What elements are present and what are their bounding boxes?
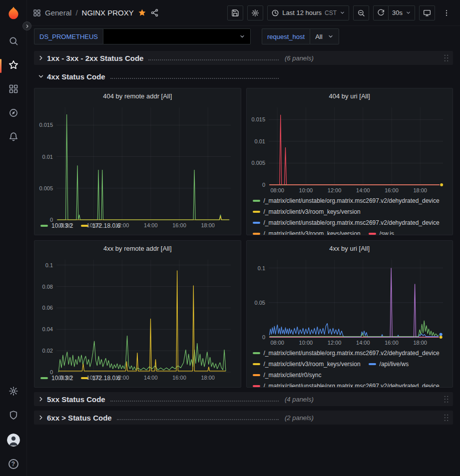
row-1xx-3xx-2xx[interactable]: 1xx - 3xx - 2xx Status Code (6 panels)	[34, 51, 453, 65]
row-drag-handle[interactable]	[444, 54, 449, 62]
legend-label: /_matrix/client/v3/room_keys/version	[264, 208, 361, 215]
sidebar-item-dashboards[interactable]	[0, 78, 27, 102]
apps-grid-icon[interactable]	[33, 9, 41, 17]
svg-text:0: 0	[262, 182, 265, 188]
share-icon[interactable]	[150, 8, 159, 17]
zoom-out-icon	[357, 9, 365, 17]
panel-title[interactable]: 4xx by remote addr [All]	[34, 241, 241, 256]
request-host-value: All	[315, 33, 322, 40]
refresh-interval-dropdown[interactable]: 30s	[389, 5, 415, 20]
panel-404-by-remote-addr: 404 by remote addr [All] 08:0010:0012:00…	[34, 88, 241, 235]
svg-text:12:00: 12:00	[327, 340, 341, 346]
legend-item[interactable]: /_matrix/client/unstable/org.matrix.msc2…	[253, 381, 440, 387]
chart-404-by-uri[interactable]: 08:0010:0012:0014:0016:0018:0000.0050.01…	[249, 103, 450, 195]
legend-item[interactable]: /_matrix/client/v3/room_keys/version	[253, 359, 361, 369]
svg-text:18:00: 18:00	[413, 187, 427, 193]
time-range-label: Last 12 hours	[282, 9, 322, 16]
help-icon	[8, 459, 18, 469]
search-icon	[8, 36, 18, 48]
svg-text:0.02: 0.02	[42, 348, 53, 354]
chart-legend: /_matrix/client/unstable/org.matrix.msc2…	[247, 347, 453, 387]
sidebar-item-search[interactable]	[0, 30, 27, 54]
sidebar-item-help[interactable]	[0, 452, 27, 476]
kebab-menu-icon	[443, 9, 451, 17]
request-host-select[interactable]: All	[310, 28, 339, 44]
sidebar-item-profile[interactable]	[0, 428, 27, 452]
refresh-group: 30s	[373, 5, 415, 20]
legend-label: /_matrix/client/v3/room_keys/version	[264, 230, 361, 235]
svg-text:0.06: 0.06	[42, 305, 53, 311]
legend-item[interactable]: /sw.js	[369, 229, 394, 235]
legend-item[interactable]: /_matrix/client/unstable/org.matrix.msc2…	[253, 196, 440, 206]
save-icon	[231, 9, 239, 17]
svg-text:0.015: 0.015	[39, 122, 53, 128]
legend-label: /_matrix/client/unstable/org.matrix.msc2…	[264, 219, 440, 226]
save-dashboard-button[interactable]	[227, 5, 243, 20]
row-5xx[interactable]: 5xx Status Code (4 panels)	[34, 392, 453, 406]
legend-item[interactable]: /_matrix/client/r0/sync	[253, 370, 322, 380]
bell-icon	[8, 132, 18, 144]
grafana-logo-icon[interactable]	[2, 3, 24, 25]
panel-title[interactable]: 404 by remote addr [All]	[34, 88, 241, 103]
legend-label: /_matrix/client/v3/room_keys/version	[264, 361, 361, 368]
sidebar-item-configuration[interactable]	[0, 380, 27, 404]
more-options-button[interactable]	[439, 5, 454, 20]
legend-swatch	[253, 211, 260, 213]
chevron-down-icon	[406, 10, 411, 15]
legend-swatch	[253, 222, 260, 224]
legend-item[interactable]: /_matrix/client/v3/room_keys/version	[253, 229, 361, 235]
sidebar-item-starred[interactable]	[0, 54, 27, 78]
refresh-button[interactable]	[373, 5, 389, 20]
chevron-right-icon	[36, 395, 46, 403]
datasource-variable: DS_PROMETHEUS	[34, 28, 251, 44]
svg-text:08:00: 08:00	[270, 340, 284, 346]
chart-4xx-by-remote-addr[interactable]: 08:0010:0012:0014:0016:0018:0000.020.040…	[36, 256, 238, 372]
dashboard-title: NGINX PROXY	[82, 8, 134, 17]
time-range-picker[interactable]: Last 12 hours CST	[267, 5, 349, 20]
legend-item[interactable]: /api/live/ws	[369, 359, 409, 369]
dashboard-settings-button[interactable]	[247, 5, 263, 20]
svg-text:12:00: 12:00	[327, 187, 341, 193]
legend-swatch	[253, 200, 260, 202]
datasource-label: DS_PROMETHEUS	[34, 28, 103, 44]
sidebar-item-server-admin[interactable]	[0, 404, 27, 428]
legend-item[interactable]: /_matrix/client/unstable/org.matrix.msc2…	[253, 348, 440, 358]
zoom-out-button[interactable]	[353, 5, 369, 20]
svg-text:0.1: 0.1	[45, 262, 53, 268]
breadcrumb: General / NGINX PROXY	[33, 8, 159, 17]
dashboard-content: 1xx - 3xx - 2xx Status Code (6 panels) 4…	[27, 47, 460, 476]
row-dots-leader	[148, 59, 279, 60]
svg-text:0.01: 0.01	[254, 138, 265, 144]
sidebar-item-alerting[interactable]	[0, 126, 27, 150]
panel-title[interactable]: 404 by uri [All]	[247, 88, 453, 103]
datasource-select[interactable]	[103, 28, 251, 44]
svg-text:18:00: 18:00	[201, 222, 215, 228]
panel-title[interactable]: 4xx by uri [All]	[247, 241, 453, 256]
favorite-star-icon[interactable]	[138, 8, 146, 17]
row-left: 4xx Status Code	[46, 72, 285, 81]
row-drag-handle[interactable]	[444, 395, 449, 404]
chart-4xx-by-uri[interactable]: 08:0010:0012:0014:0016:0018:0000.050.1	[249, 256, 450, 347]
tv-mode-button[interactable]	[419, 5, 435, 20]
legend-item[interactable]: /_matrix/client/unstable/org.matrix.msc2…	[253, 218, 440, 228]
sidebar-expand-button[interactable]	[22, 21, 31, 30]
row-title: 6xx > Status Code	[47, 414, 112, 422]
gear-icon	[251, 9, 259, 17]
request-host-variable: request_host All	[262, 28, 339, 44]
svg-text:16:00: 16:00	[385, 187, 399, 193]
legend-swatch	[253, 233, 260, 235]
chart-404-by-remote-addr[interactable]: 08:0010:0012:0014:0016:0018:0000.0050.01…	[36, 103, 238, 220]
legend-swatch	[253, 352, 260, 354]
legend-item[interactable]: /_matrix/client/v3/room_keys/version	[253, 207, 361, 217]
svg-text:0.01: 0.01	[42, 154, 53, 160]
svg-text:12:00: 12:00	[115, 222, 129, 228]
panels-grid: 404 by remote addr [All] 08:0010:0012:00…	[34, 88, 453, 388]
row-drag-handle[interactable]	[444, 414, 449, 422]
svg-text:12:00: 12:00	[115, 375, 129, 381]
sidebar-item-explore[interactable]	[0, 102, 27, 126]
breadcrumb-separator: /	[75, 8, 77, 17]
panel-4xx-by-uri: 4xx by uri [All] 08:0010:0012:0014:0016:…	[246, 240, 454, 388]
row-4xx[interactable]: 4xx Status Code	[34, 69, 453, 83]
row-6xx[interactable]: 6xx > Status Code (2 panels)	[34, 411, 453, 425]
breadcrumb-section[interactable]: General	[45, 8, 71, 17]
